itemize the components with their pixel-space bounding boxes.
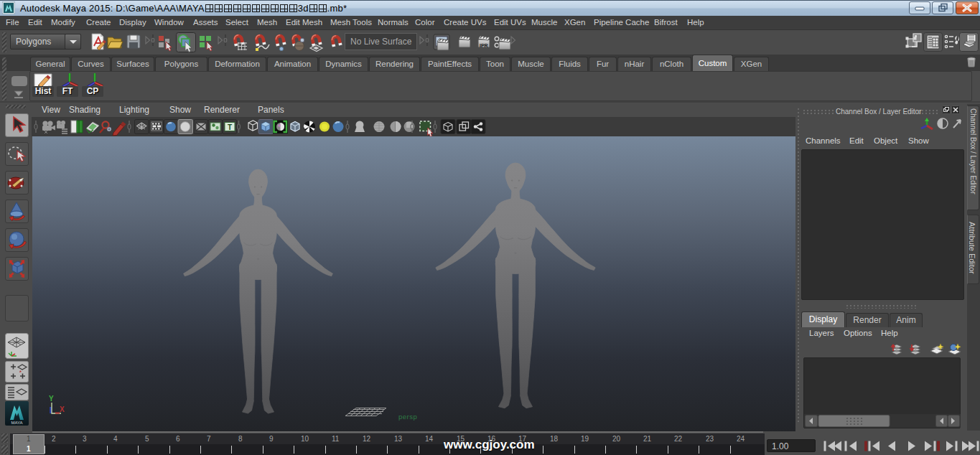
svg-text:IPR: IPR [480,43,488,48]
svg-text:persp: persp [398,413,417,421]
svg-text:X: X [60,405,65,413]
svg-text:MAYA: MAYA [11,421,22,425]
svg-text:Y: Y [49,395,54,403]
svg-text:T: T [228,123,232,131]
